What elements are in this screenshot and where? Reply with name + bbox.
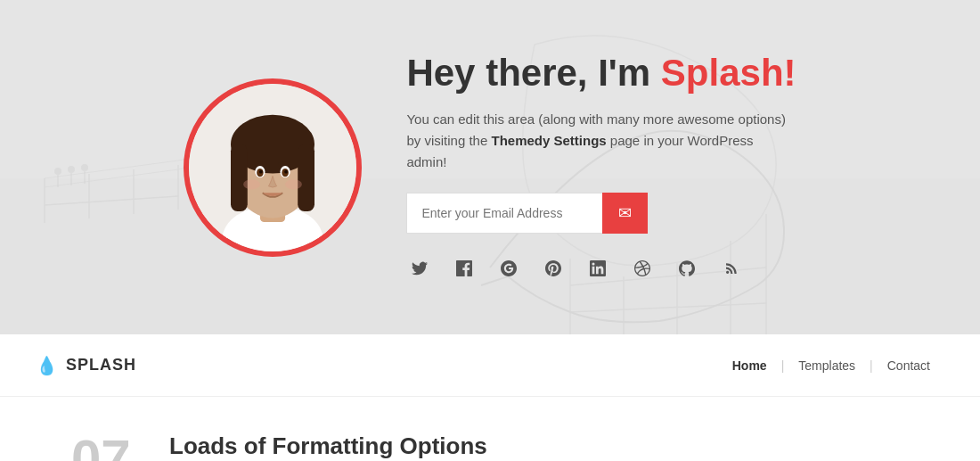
nav-home[interactable]: Home	[718, 358, 781, 373]
hero-content: Hey there, I'm Splash! You can edit this…	[130, 53, 849, 281]
facebook-icon[interactable]	[451, 255, 478, 282]
svg-point-18	[81, 164, 88, 171]
section-text: Loads of Formatting Options	[169, 432, 487, 460]
hero-desc-line2: by visiting the	[406, 133, 491, 148]
brand-logo[interactable]: 💧 SPLASH	[36, 355, 136, 376]
hero-section: Hey there, I'm Splash! You can edit this…	[0, 0, 980, 334]
section-heading: Loads of Formatting Options	[169, 432, 487, 460]
social-icons-bar	[406, 255, 796, 282]
email-submit-button[interactable]: ✉	[602, 193, 648, 234]
envelope-icon: ✉	[618, 203, 632, 223]
rss-icon[interactable]	[718, 255, 745, 282]
hero-text-block: Hey there, I'm Splash! You can edit this…	[406, 53, 796, 281]
github-icon[interactable]	[674, 255, 700, 282]
avatar-container	[184, 78, 362, 257]
svg-point-34	[244, 179, 261, 189]
nav-contact[interactable]: Contact	[873, 358, 944, 373]
svg-point-33	[285, 169, 289, 173]
google-plus-icon[interactable]	[495, 255, 522, 282]
hero-desc-line4: admin!	[406, 154, 446, 169]
hero-description: You can edit this area (along with many …	[406, 109, 796, 173]
twitter-icon[interactable]	[406, 255, 433, 282]
svg-point-32	[259, 169, 263, 173]
email-form: ✉	[406, 193, 796, 234]
brand-name: SPLASH	[66, 356, 136, 375]
hero-title-start: Hey there, I'm	[406, 52, 660, 94]
hero-desc-line1: You can edit this area (along with many …	[406, 111, 786, 127]
content-section: 07 Loads of Formatting Options	[0, 397, 980, 461]
email-input[interactable]	[406, 193, 602, 234]
section-number: 07	[71, 432, 143, 461]
svg-rect-27	[298, 144, 315, 210]
navbar: 💧 SPLASH Home | Templates | Contact	[0, 334, 980, 397]
hero-title: Hey there, I'm Splash!	[406, 53, 796, 94]
hero-desc-line3: page in your WordPress	[607, 133, 754, 148]
svg-point-16	[68, 166, 75, 173]
svg-point-35	[286, 179, 303, 189]
svg-rect-26	[231, 144, 248, 210]
avatar-image	[189, 84, 356, 251]
pinterest-icon[interactable]	[540, 255, 567, 282]
hero-desc-bold: Themedy Settings	[491, 133, 606, 148]
brand-drop-icon: 💧	[36, 355, 59, 376]
dribbble-icon[interactable]	[629, 255, 656, 282]
nav-links: Home | Templates | Contact	[718, 358, 944, 373]
hero-title-highlight: Splash!	[661, 52, 796, 94]
svg-point-14	[54, 168, 61, 175]
nav-templates[interactable]: Templates	[784, 358, 870, 373]
linkedin-icon[interactable]	[584, 255, 611, 282]
